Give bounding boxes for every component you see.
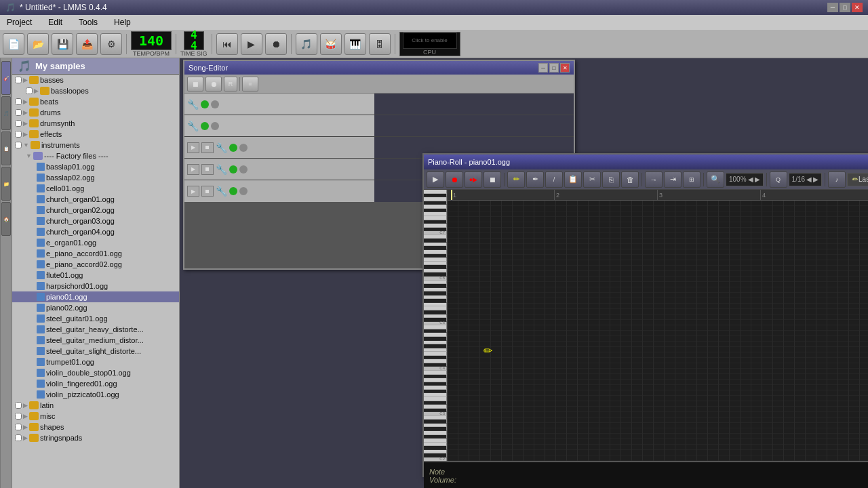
track-1-btn-red[interactable] xyxy=(211,100,219,108)
pr-copy[interactable]: ⎘ xyxy=(602,171,620,188)
pr-stop[interactable]: ⏹ xyxy=(484,171,501,188)
track-4-btn-red[interactable] xyxy=(239,165,248,174)
save-button[interactable]: 💾 xyxy=(52,33,73,55)
pr-arrow-end[interactable]: ⇥ xyxy=(664,171,682,188)
file-item-steel_guitar_heavy_distorte---[interactable]: steel_guitar_heavy_distorte... xyxy=(12,324,179,335)
song-editor-toggle[interactable]: 🎵 xyxy=(296,33,317,55)
track-4-btn-green[interactable] xyxy=(229,165,237,174)
my-presets-icon[interactable]: 📋 xyxy=(1,131,11,165)
track-1-btn-green[interactable] xyxy=(201,100,209,108)
file-item-e_piano_accord01-ogg[interactable]: e_piano_accord01.ogg xyxy=(12,248,179,259)
file-item-steel_guitar_slight_distorte---[interactable]: steel_guitar_slight_distorte... xyxy=(12,346,179,357)
open-button[interactable]: 📂 xyxy=(27,33,49,55)
sidebar-item-bassloopes[interactable]: ▶ bassloopes xyxy=(12,85,179,96)
track-5-stop[interactable]: ⏹ xyxy=(201,186,214,197)
my-projects-icon[interactable]: 📁 xyxy=(1,167,11,201)
menu-edit[interactable]: Edit xyxy=(44,16,66,28)
track-2-btn-red[interactable] xyxy=(211,122,219,130)
track-5-btn-green[interactable] xyxy=(229,187,237,195)
transport-record[interactable]: ⏺ xyxy=(265,33,287,55)
pr-line[interactable]: / xyxy=(545,171,563,188)
pr-quantize-icon[interactable]: Q xyxy=(770,171,787,188)
track-4-stop[interactable]: ⏹ xyxy=(201,164,214,175)
sidebar-item-misc[interactable]: ▶ misc xyxy=(12,411,179,422)
drumsynth-checkbox[interactable] xyxy=(15,120,22,127)
transport-play[interactable]: ▶ xyxy=(241,33,262,55)
menu-help[interactable]: Help xyxy=(110,16,135,28)
track-3-btn-green[interactable] xyxy=(229,144,237,152)
pr-zoom-icon[interactable]: 🔍 xyxy=(707,171,724,188)
my-home-icon[interactable]: 🏠 xyxy=(1,202,11,236)
menu-tools[interactable]: Tools xyxy=(75,16,102,28)
bassloopes-checkbox[interactable] xyxy=(26,87,33,94)
my-samples-icon[interactable]: 🎵 xyxy=(1,96,11,130)
instruments-icon[interactable]: 🎸 xyxy=(1,61,11,95)
pr-zoom-box[interactable]: 100% ◀ ▶ xyxy=(726,173,764,186)
pr-pencil[interactable]: ✏ xyxy=(507,171,525,188)
file-item-trumpet01-ogg[interactable]: trumpet01.ogg xyxy=(12,357,179,367)
stringsnpads-checkbox[interactable] xyxy=(15,434,22,441)
file-item-church_organ03-ogg[interactable]: church_organ03.ogg xyxy=(12,216,179,226)
pr-quantize-right[interactable]: ▶ xyxy=(813,176,818,183)
file-item-church_organ02-ogg[interactable]: church_organ02.ogg xyxy=(12,205,179,216)
title-bar-controls[interactable]: ─ □ ✕ xyxy=(827,3,863,12)
file-item-piano02-ogg[interactable]: piano02.ogg xyxy=(12,302,179,313)
new-button[interactable]: 📄 xyxy=(3,33,24,55)
track-3-btn-red[interactable] xyxy=(239,144,248,152)
pr-note-option-box[interactable]: ✏ Last note ▶ xyxy=(847,173,868,186)
sidebar-item-drums[interactable]: ▶ drums xyxy=(12,107,179,118)
maximize-button[interactable]: □ xyxy=(840,3,850,12)
file-item-church_organ04-ogg[interactable]: church_organ04.ogg xyxy=(12,226,179,237)
sidebar-item-drumsynth[interactable]: ▶ drumsynth xyxy=(12,118,179,129)
file-item-violin_fingered01-ogg[interactable]: violin_fingered01.ogg xyxy=(12,378,179,389)
track-4-play[interactable]: ▶ xyxy=(187,164,199,175)
file-item-harpsichord01-ogg[interactable]: harpsichord01.ogg xyxy=(12,281,179,291)
pr-zoom-left[interactable]: ◀ xyxy=(748,176,753,183)
pr-grid[interactable] xyxy=(448,201,868,461)
file-item-basslap02-ogg[interactable]: basslap02.ogg xyxy=(12,172,179,183)
drums-checkbox[interactable] xyxy=(15,109,22,116)
file-item-piano01-ogg[interactable]: piano01.ogg xyxy=(12,291,179,302)
sidebar-item-stringsnpads[interactable]: ▶ stringsnpads xyxy=(12,432,179,443)
beat-editor-toggle[interactable]: 🥁 xyxy=(320,33,342,55)
file-item-steel_guitar01-ogg[interactable]: steel_guitar01.ogg xyxy=(12,313,179,324)
basses-checkbox[interactable] xyxy=(15,77,22,83)
track-5-btn-red[interactable] xyxy=(239,187,248,195)
pr-arrow-r[interactable]: → xyxy=(645,171,663,188)
pr-delete[interactable]: 🗑 xyxy=(621,171,639,188)
settings-button[interactable]: ⚙ xyxy=(100,33,122,55)
pr-eraser[interactable]: ✒ xyxy=(526,171,544,188)
sidebar-item-beats[interactable]: ▶ beats xyxy=(12,96,179,107)
file-item-church_organ01-ogg[interactable]: church_organ01.ogg xyxy=(12,194,179,205)
pr-quantize-box[interactable]: 1/16 ◀ ▶ xyxy=(789,173,822,186)
pr-zoom-right[interactable]: ▶ xyxy=(755,176,760,183)
sidebar-item-instruments[interactable]: ▼ instruments xyxy=(12,140,179,150)
effects-checkbox[interactable] xyxy=(15,131,22,138)
track-3-play[interactable]: ▶ xyxy=(187,142,199,153)
close-button[interactable]: ✕ xyxy=(852,3,863,12)
tempo-display[interactable]: 140 xyxy=(131,31,172,50)
sidebar-item-basses[interactable]: ▶ basses xyxy=(12,75,179,85)
se-record[interactable]: R xyxy=(224,77,237,92)
pr-record-while[interactable]: ●▶ xyxy=(465,171,482,188)
transport-rewind[interactable]: ⏮ xyxy=(216,33,238,55)
sidebar-item-shapes[interactable]: ▶ shapes xyxy=(12,422,179,432)
pr-play[interactable]: ▶ xyxy=(427,171,444,188)
pr-scissors[interactable]: ✂ xyxy=(583,171,601,188)
export-button[interactable]: 📤 xyxy=(76,33,98,55)
beats-checkbox[interactable] xyxy=(15,98,22,105)
song-editor-controls[interactable]: ─ □ ✕ xyxy=(538,63,570,73)
pr-glue[interactable]: ⊞ xyxy=(683,171,701,188)
sidebar-item-effects[interactable]: ▶ effects xyxy=(12,129,179,140)
latin-checkbox[interactable] xyxy=(15,402,22,409)
pr-record[interactable]: ⏺ xyxy=(446,171,463,188)
se-stop[interactable]: ⏺ xyxy=(205,77,222,92)
se-play[interactable]: ⏹ xyxy=(187,77,203,92)
minimize-button[interactable]: ─ xyxy=(827,3,838,12)
pr-quantize-left[interactable]: ◀ xyxy=(806,176,812,183)
song-editor-close[interactable]: ✕ xyxy=(560,63,570,73)
song-editor-minimize[interactable]: ─ xyxy=(538,63,548,73)
file-item-basslap01-ogg[interactable]: basslap01.ogg xyxy=(12,161,179,172)
file-item-flute01-ogg[interactable]: flute01.ogg xyxy=(12,270,179,281)
pr-paste[interactable]: 📋 xyxy=(564,171,582,188)
